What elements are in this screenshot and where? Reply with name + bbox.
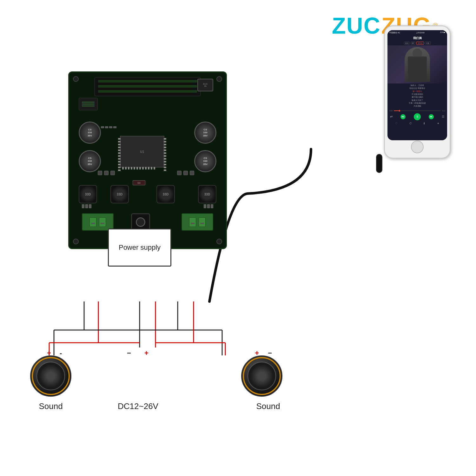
mount-hole-bl: [73, 239, 79, 244]
inductor-4: 33D: [198, 185, 216, 203]
phone-device: 中国移动 4G 上午10:59 57%■ 我们俩 歌词 MV 3D音效 写真: [384, 25, 451, 159]
right-terminal-block: [182, 213, 213, 231]
power-neg: −: [127, 349, 131, 357]
lyrics-area: 制作人：王若琪 你在左边 我紧靠右 第一张照片 不太数亲密的 属于我们俩的 脸庞…: [387, 83, 447, 109]
right-speaker-neg: −: [268, 349, 272, 357]
inductor-1: 33D: [79, 185, 97, 203]
mount-hole-tr: [216, 76, 222, 82]
tab-3d[interactable]: 3D音效: [416, 42, 424, 45]
inductor-2: 33D: [110, 185, 129, 203]
playback-controls: ⇄ ⏮ ⏸ ⏭ ☰: [387, 112, 447, 121]
artist-image: [387, 45, 447, 83]
capacitor-mr: CS33035V: [194, 150, 216, 172]
mount-hole-tl: [73, 76, 79, 82]
song-tabs: 歌词 MV 3D音效 写真: [387, 41, 447, 45]
time-total: 3:13: [442, 110, 445, 112]
power-supply-box: Power supply: [108, 228, 171, 267]
pcb-amplifier-board: AUXIN: [68, 71, 227, 249]
play-button[interactable]: ⏸: [414, 113, 421, 120]
left-speaker-pos: +: [47, 349, 51, 357]
main-ic-chip: U1: [120, 136, 164, 168]
tab-mv[interactable]: MV: [411, 42, 416, 45]
left-speaker: [30, 355, 71, 397]
right-speaker: [241, 355, 282, 397]
time-current: 0:09: [389, 110, 393, 112]
phone-screen: 中国移动 4G 上午10:59 57%■ 我们俩 歌词 MV 3D音效 写真: [387, 30, 447, 140]
song-title: 我们俩: [387, 36, 447, 41]
phone-home-button[interactable]: [411, 141, 424, 153]
tab-photo[interactable]: 写真: [425, 42, 431, 45]
mount-hole-br: [216, 239, 222, 244]
left-speaker-label: Sound: [30, 401, 71, 411]
power-pos: +: [144, 349, 149, 357]
next-button[interactable]: ⏭: [429, 114, 434, 119]
power-supply-voltage-label: DC12~26V: [105, 401, 171, 411]
right-speaker-pos: +: [255, 349, 259, 357]
prev-button[interactable]: ⏮: [400, 114, 406, 119]
left-terminal-block: [82, 213, 114, 231]
logo-first-part: ZUC: [332, 13, 381, 39]
inductor-3: 33D: [156, 185, 175, 203]
tab-lyrics[interactable]: 歌词: [404, 42, 410, 45]
bottom-icons: ♡ ⏱ ⬇ ✦: [387, 121, 447, 126]
status-bar: 中国移动 4G 上午10:59 57%■: [387, 30, 447, 36]
right-speaker-label: Sound: [248, 401, 289, 411]
power-supply-label: Power supply: [119, 243, 161, 252]
capacitor-tr: CS33035V: [194, 122, 216, 144]
audio-jack: [376, 154, 382, 173]
diode-d3: D3: [133, 180, 145, 185]
left-speaker-neg: -: [60, 349, 62, 357]
capacitor-tl: CS33035V: [79, 122, 101, 144]
capacitor-ml: CS33035V: [79, 150, 101, 172]
dc-power-connector: [131, 213, 150, 231]
